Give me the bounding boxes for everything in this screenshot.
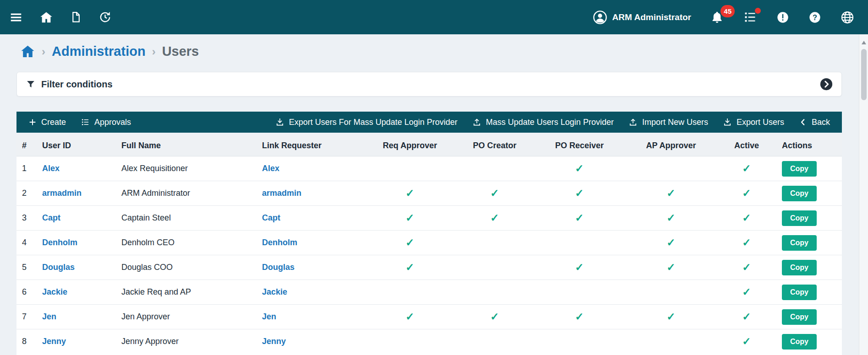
column-header-ap-approver: AP Approver [623,135,719,156]
cell-po-receiver [536,280,623,305]
cell-req-approver: ✓ [366,255,453,280]
scroll-up-arrow[interactable] [862,38,866,44]
cell-actions: Copy [774,255,842,280]
topbar-left-icons [9,11,112,24]
cell-link-requester: Alex [258,156,366,181]
create-button[interactable]: Create [21,112,73,133]
column-header-user-id: User ID [38,135,118,156]
create-button-label: Create [41,118,66,127]
cell-user-id: Denholm [38,231,118,255]
user-id-link[interactable]: Alex [42,164,60,173]
check-icon: ✓ [575,187,584,199]
notifications-bell-icon[interactable]: 45 [710,11,724,24]
check-icon: ✓ [405,261,414,273]
cell-actions: Copy [774,206,842,231]
check-icon: ✓ [742,187,751,199]
breadcrumb-home-icon[interactable] [20,44,35,59]
import-new-users-label: Import New Users [642,118,708,127]
cell-link-requester: Denholm [258,231,366,255]
task-queue-icon[interactable] [743,10,757,24]
approvals-button[interactable]: Approvals [73,112,138,133]
cell-actions: Copy [774,181,842,206]
cell-link-requester: Douglas [258,255,366,280]
users-table-body: 1AlexAlex RequisitionerAlex✓✓Copy2armadm… [16,156,842,354]
cell-user-id: Douglas [38,255,118,280]
home-icon[interactable] [39,11,53,24]
link-requester-link[interactable]: Capt [262,213,280,222]
breadcrumb-administration-link[interactable]: Administration [52,44,146,59]
check-icon: ✓ [575,162,584,174]
cell-po-receiver: ✓ [536,156,623,181]
copy-button[interactable]: Copy [782,210,817,226]
cell-row-number: 4 [16,231,38,255]
copy-button[interactable]: Copy [782,161,817,177]
user-id-link[interactable]: armadmin [42,188,82,198]
user-id-link[interactable]: Capt [42,213,60,222]
back-button-label: Back [812,118,830,127]
copy-button[interactable]: Copy [782,235,817,251]
topbar-right-icons: ARM Administrator 45 ? [593,10,854,25]
cell-req-approver: ✓ [366,206,453,231]
cell-req-approver: ✓ [366,305,453,329]
user-id-link[interactable]: Denholm [42,238,77,247]
link-requester-link[interactable]: Denholm [262,238,297,247]
history-icon[interactable] [98,11,112,24]
cell-row-number: 1 [16,156,38,181]
copy-button[interactable]: Copy [782,285,817,300]
mass-update-login-provider-button[interactable]: Mass Update Users Login Provider [465,112,621,133]
user-id-link[interactable]: Jackie [42,287,67,296]
top-navigation-bar: ARM Administrator 45 ? [0,0,868,34]
cell-po-receiver: ✓ [536,181,623,206]
user-id-link[interactable]: Douglas [42,263,75,272]
menu-icon[interactable] [9,11,23,24]
link-requester-link[interactable]: Alex [262,164,279,173]
link-requester-link[interactable]: Jen [262,312,276,321]
cell-user-id: Jen [38,305,118,329]
table-row: 6JackieJackie Req and APJackie✓Copy [16,280,842,305]
filter-expand-chevron-icon[interactable] [819,77,833,91]
help-icon[interactable]: ? [808,11,821,24]
check-icon: ✓ [742,311,751,323]
cell-ap-approver: ✓ [623,305,719,329]
copy-button[interactable]: Copy [782,309,817,325]
export-users-label: Export Users [737,118,784,127]
cell-full-name: Jen Approver [118,305,258,329]
next-row-partial [16,350,842,355]
import-new-users-button[interactable]: Import New Users [621,112,715,133]
cell-full-name: Captain Steel [118,206,258,231]
check-icon: ✓ [666,311,675,323]
cell-actions: Copy [774,156,842,181]
current-user-name: ARM Administrator [612,12,691,22]
check-icon: ✓ [490,212,499,224]
copy-button[interactable]: Copy [782,186,817,201]
check-icon: ✓ [666,187,675,199]
cell-po-creator [453,156,536,181]
export-users-mass-update-button[interactable]: Export Users For Mass Update Login Provi… [268,112,465,133]
export-users-button[interactable]: Export Users [715,112,792,133]
back-button[interactable]: Back [792,112,837,133]
user-id-link[interactable]: Jenny [42,337,66,346]
copy-button[interactable]: Copy [782,334,817,350]
check-icon: ✓ [742,286,751,298]
filter-conditions-bar[interactable]: Filter conditions [16,72,842,97]
current-user-menu[interactable]: ARM Administrator [593,10,691,25]
queue-alert-dot [755,8,761,14]
cell-full-name: Alex Requisitioner [118,156,258,181]
check-icon: ✓ [405,212,414,224]
scrollbar-thumb[interactable] [861,49,867,100]
link-requester-link[interactable]: Douglas [262,263,295,272]
cell-active: ✓ [719,280,774,305]
language-globe-icon[interactable] [841,11,854,24]
user-id-link[interactable]: Jen [42,312,56,321]
cell-po-creator: ✓ [453,305,536,329]
document-icon[interactable] [70,11,82,23]
cell-ap-approver: ✓ [623,255,719,280]
cell-actions: Copy [774,280,842,305]
table-row: 7JenJen ApproverJen✓✓✓✓✓Copy [16,305,842,329]
link-requester-link[interactable]: armadmin [262,188,301,198]
link-requester-link[interactable]: Jenny [262,337,286,346]
copy-button[interactable]: Copy [782,260,817,275]
alert-icon[interactable] [776,11,789,24]
vertical-scrollbar[interactable] [859,34,868,355]
link-requester-link[interactable]: Jackie [262,287,287,296]
